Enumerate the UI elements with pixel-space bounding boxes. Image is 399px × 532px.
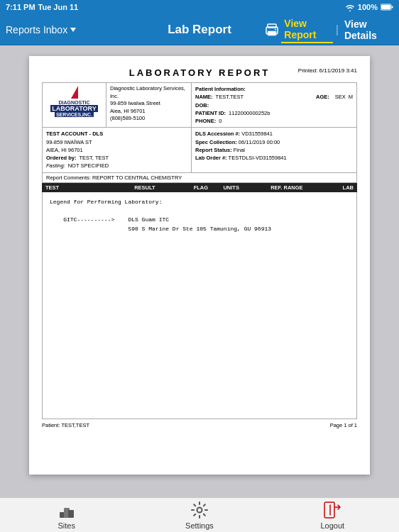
sites-icon bbox=[57, 500, 77, 520]
document-header: DIAGNOSTIC LABORATORY SERVICES,INC. Diag… bbox=[42, 82, 357, 128]
svg-rect-9 bbox=[68, 510, 74, 518]
sites-label: Sites bbox=[58, 521, 75, 530]
dropdown-arrow-icon bbox=[70, 28, 76, 32]
settings-label: Settings bbox=[185, 521, 214, 530]
order-left: TEST ACCOUNT - DLS 99-859 IWAĪWA ST AIEA… bbox=[43, 128, 192, 172]
name-label: NAME: bbox=[195, 93, 213, 101]
main-content: LABORATORY REPORT Printed: 6/11/2019 3:4… bbox=[0, 45, 399, 497]
tab-logout[interactable]: Logout bbox=[266, 500, 399, 530]
dls-accession-label: DLS Accession #: bbox=[195, 131, 240, 137]
col-lab-header: LAB bbox=[330, 184, 354, 191]
svg-rect-5 bbox=[268, 24, 276, 28]
account-addr1: 99-859 IWAĪWA ST bbox=[46, 138, 187, 146]
phone-value: 0 bbox=[219, 117, 222, 125]
date: Tue Jun 11 bbox=[38, 3, 79, 11]
status-right: 100% bbox=[345, 3, 393, 11]
col-result-header: RESULT bbox=[134, 184, 193, 191]
printed-date: Printed: 6/11/2019 3:41 bbox=[298, 67, 357, 74]
body-line-3: 590 S Marine Dr Ste 105 Tamuning, GU 969… bbox=[50, 225, 349, 234]
svg-rect-1 bbox=[392, 6, 393, 9]
body-line-2: GITC----------> DLS Guam ITC bbox=[50, 216, 349, 225]
svg-rect-11 bbox=[324, 502, 334, 518]
svg-rect-2 bbox=[381, 5, 390, 9]
settings-icon bbox=[190, 500, 209, 520]
logout-icon bbox=[322, 500, 342, 520]
reports-inbox-button[interactable]: Reports Inbox bbox=[6, 24, 76, 35]
nav-title: Lab Report bbox=[135, 23, 264, 37]
addr-line1: Diagnostic Laboratory Services, Inc. bbox=[110, 85, 187, 100]
addr-line3: Aiea, HI 96701 bbox=[110, 108, 187, 116]
tab-bar: Sites Settings Logout bbox=[0, 497, 399, 532]
status-bar: 7:11 PM Tue Jun 11 100% bbox=[0, 0, 399, 14]
addr-line2: 99-859 Iwaīwa Street bbox=[110, 100, 187, 108]
comments-section: Report Comments: REPORT TO CENTRAL CHEMI… bbox=[42, 173, 357, 183]
body-line-0: Legend for Performing Laboratory: bbox=[50, 198, 349, 207]
col-ref-header: REF. RANGE bbox=[270, 184, 329, 191]
spec-collection-label: Spec Collection: bbox=[195, 139, 237, 145]
addr-line4: (808)589-5100 bbox=[110, 115, 187, 123]
svg-point-10 bbox=[197, 508, 202, 513]
sex-label: SEX bbox=[335, 93, 346, 101]
account-name: TEST ACCOUNT - DLS bbox=[46, 130, 187, 138]
fasting-label: Fasting: bbox=[46, 162, 65, 170]
document-body: Legend for Performing Laboratory: GITC--… bbox=[42, 192, 357, 419]
nav-right: View Report | View Details bbox=[264, 16, 393, 43]
dls-accession-value: VD31559841 bbox=[241, 131, 273, 137]
reports-inbox-label: Reports Inbox bbox=[6, 24, 67, 35]
fasting-value: NOT SPECIFIED bbox=[68, 162, 109, 170]
printer-button[interactable] bbox=[264, 20, 280, 40]
order-section: TEST ACCOUNT - DLS 99-859 IWAĪWA ST AIEA… bbox=[42, 128, 357, 172]
logo-line2: LABORATORY bbox=[50, 105, 97, 112]
sex-value: M bbox=[349, 93, 353, 101]
phone-label: PHONE: bbox=[195, 117, 216, 125]
tab-settings[interactable]: Settings bbox=[133, 500, 266, 530]
address-section: Diagnostic Laboratory Services, Inc. 99-… bbox=[106, 83, 192, 127]
body-line-1 bbox=[50, 206, 349, 216]
report-status-label: Report Status: bbox=[195, 147, 232, 153]
logout-label: Logout bbox=[320, 521, 344, 530]
ordered-by-value: TEST, TEST bbox=[80, 154, 109, 162]
nav-bar: Reports Inbox Lab Report View Report | V… bbox=[0, 14, 399, 45]
col-flag-header: FLAG bbox=[194, 184, 224, 191]
table-header: TEST RESULT FLAG UNITS REF. RANGE LAB bbox=[42, 183, 357, 192]
age-label: AGE: bbox=[316, 93, 329, 101]
col-test-header: TEST bbox=[45, 184, 134, 191]
battery-icon bbox=[381, 4, 393, 11]
view-details-button[interactable]: View Details bbox=[341, 17, 393, 43]
order-right: DLS Accession #: VD31559841 Spec Collect… bbox=[192, 128, 356, 172]
document: LABORATORY REPORT Printed: 6/11/2019 3:4… bbox=[29, 56, 370, 475]
view-report-button[interactable]: View Report bbox=[281, 16, 332, 43]
tab-sites[interactable]: Sites bbox=[0, 500, 133, 530]
ordered-by-label: Ordered by: bbox=[46, 154, 77, 162]
wifi-icon bbox=[345, 4, 355, 11]
name-value: TEST,TEST bbox=[216, 93, 244, 101]
document-footer: Patient: TEST,TEST Page 1 of 1 bbox=[42, 419, 357, 428]
svg-rect-4 bbox=[268, 31, 276, 35]
nav-left: Reports Inbox bbox=[6, 24, 135, 35]
patient-id-label: PATIENT ID: bbox=[195, 109, 226, 117]
logo-section: DIAGNOSTIC LABORATORY SERVICES,INC. bbox=[43, 83, 106, 127]
patient-info-label: Patient Information: bbox=[195, 85, 353, 93]
footer-page: Page 1 of 1 bbox=[330, 422, 357, 428]
lab-order-label: Lab Order #: bbox=[195, 155, 227, 161]
logo-triangle bbox=[71, 86, 78, 99]
spec-collection-value: 06/11/2019 00:00 bbox=[239, 139, 280, 145]
logo-line1: DIAGNOSTIC bbox=[59, 100, 90, 105]
account-addr2: AIEA, HI 96701 bbox=[46, 146, 187, 154]
printer-icon bbox=[264, 23, 280, 36]
col-units-header: UNITS bbox=[223, 184, 270, 191]
report-status-value: Final bbox=[234, 147, 245, 153]
comments-text: Report Comments: REPORT TO CENTRAL CHEMI… bbox=[46, 174, 182, 181]
lab-order-value: TESTDLSI-VD31559841 bbox=[229, 155, 287, 161]
battery-text: 100% bbox=[358, 3, 378, 11]
status-left: 7:11 PM Tue Jun 11 bbox=[6, 3, 78, 11]
logo-line3: SERVICES,INC. bbox=[55, 112, 94, 117]
svg-point-6 bbox=[275, 28, 276, 30]
dob-label: DOB: bbox=[195, 101, 209, 109]
patient-section: Patient Information: NAME: TEST,TEST AGE… bbox=[192, 83, 356, 127]
footer-patient: Patient: TEST,TEST bbox=[42, 422, 89, 428]
time: 7:11 PM bbox=[6, 3, 35, 11]
patient-id-value: 1122000000252b bbox=[229, 109, 270, 117]
